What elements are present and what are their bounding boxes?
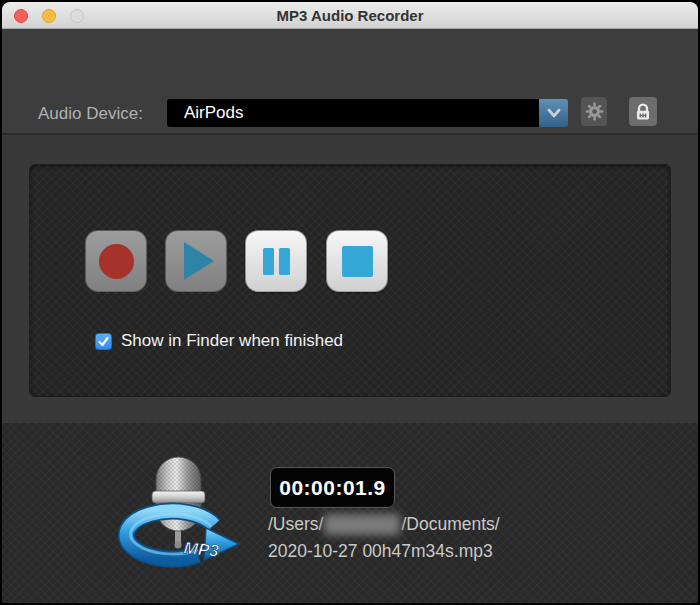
checkmark-icon: [97, 335, 110, 348]
main-area: Show in Finder when finished: [2, 135, 698, 423]
path-filename: 2020-10-27 00h47m34s.mp3: [268, 538, 500, 565]
show-in-finder-label: Show in Finder when finished: [121, 331, 343, 351]
title-bar[interactable]: MP3 Audio Recorder: [2, 2, 698, 29]
recorder-panel: Show in Finder when finished: [29, 164, 671, 397]
stop-button[interactable]: [326, 230, 388, 292]
window-chrome: MP3 Audio Recorder Audio Device: AirPods: [2, 2, 698, 603]
audio-device-label: Audio Device:: [38, 104, 143, 124]
redacted-username: [324, 514, 400, 535]
pause-button[interactable]: [245, 230, 307, 292]
dropdown-arrow-button[interactable]: [539, 99, 568, 127]
show-in-finder-checkbox[interactable]: [95, 333, 112, 350]
audio-device-dropdown[interactable]: AirPods: [167, 99, 568, 127]
show-in-finder-row: Show in Finder when finished: [95, 331, 343, 351]
pause-icon: [263, 248, 290, 275]
recording-timer: 00:00:01.9: [270, 467, 395, 508]
timer-value: 00:00:01.9: [279, 476, 386, 500]
path-suffix: /Documents/: [401, 511, 499, 538]
status-area: MP3 00:00:01.9 /Users//Documents/ 2020-1…: [2, 423, 698, 603]
toolbar: Audio Device: AirPods: [2, 30, 698, 133]
play-icon: [184, 242, 214, 280]
window-title: MP3 Audio Recorder: [2, 2, 698, 29]
record-button[interactable]: [85, 230, 147, 292]
record-icon: [99, 244, 134, 279]
output-file-path: /Users//Documents/ 2020-10-27 00h47m34s.…: [268, 511, 500, 565]
mp3-microphone-icon: MP3: [118, 439, 244, 573]
gear-icon: [584, 101, 605, 122]
stop-icon: [342, 246, 373, 277]
play-button[interactable]: [165, 230, 227, 292]
path-prefix: /Users/: [268, 511, 323, 538]
chevron-down-icon: [544, 103, 564, 123]
path-line-1: /Users//Documents/: [268, 511, 500, 538]
lock-button[interactable]: [629, 97, 657, 126]
lock-icon: [632, 101, 654, 123]
audio-device-value[interactable]: AirPods: [167, 99, 539, 127]
settings-button[interactable]: [581, 97, 607, 126]
app-window: MP3 Audio Recorder Audio Device: AirPods: [0, 0, 700, 605]
mp3-badge-label: MP3: [183, 538, 220, 561]
